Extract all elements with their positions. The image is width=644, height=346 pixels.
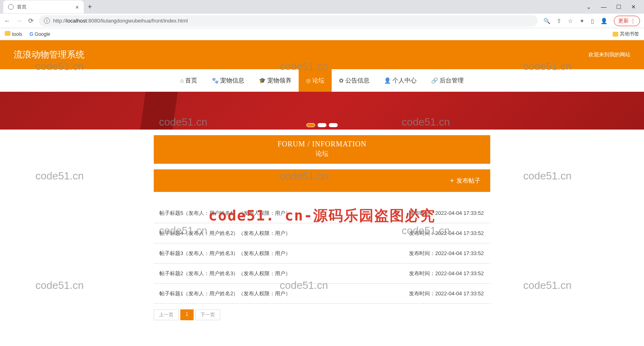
- post-title: 帖子标题1（发布人：用户姓名2）（发布人权限：用户）: [159, 290, 409, 297]
- star-icon[interactable]: ☆: [568, 18, 573, 24]
- nav-item-公告信息[interactable]: ✿公告信息: [332, 69, 377, 92]
- minimize-icon[interactable]: —: [601, 4, 607, 10]
- nav-item-论坛[interactable]: ◎论坛: [299, 69, 332, 92]
- pager-next[interactable]: 下一页: [195, 309, 220, 320]
- profile-icon[interactable]: 👤: [601, 18, 607, 24]
- nav-item-宠物信息[interactable]: 🐾宠物信息: [204, 69, 252, 92]
- bookmark-google[interactable]: G Google: [29, 31, 50, 37]
- update-button[interactable]: 更新⋮: [614, 16, 640, 26]
- share-icon[interactable]: ⇪: [557, 18, 561, 24]
- carousel-dot[interactable]: [306, 123, 315, 127]
- address-bar[interactable]: i http://localhost:8080/liulangdongwubei…: [39, 15, 538, 27]
- forward-icon[interactable]: →: [16, 17, 23, 25]
- nav-item-个人中心[interactable]: 👤个人中心: [377, 69, 424, 92]
- nav-label: 首页: [185, 77, 197, 84]
- nav-icon: ◎: [306, 77, 311, 84]
- main-nav: ⌂首页🐾宠物信息🎓宠物领养◎论坛✿公告信息👤个人中心🔗后台管理: [0, 69, 644, 92]
- back-icon[interactable]: ←: [4, 17, 10, 25]
- carousel-dot[interactable]: [329, 123, 338, 127]
- nav-label: 论坛: [312, 77, 324, 84]
- post-row[interactable]: 帖子标题5（发布人：用户姓名1）（发布人权限：用户）发布时间：2022-04-0…: [154, 203, 490, 223]
- bookmark-tools[interactable]: tools: [5, 31, 22, 37]
- post-time: 发布时间：2022-04-04 17:33:52: [409, 210, 484, 217]
- nav-label: 宠物领养: [267, 77, 291, 84]
- carousel-banner: [0, 92, 644, 130]
- reader-icon[interactable]: ▯: [591, 18, 594, 24]
- nav-label: 公告信息: [345, 77, 369, 84]
- watermark: code51.cn: [35, 170, 84, 182]
- search-icon[interactable]: 🔍: [543, 18, 550, 24]
- post-title: 帖子标题2（发布人：用户姓名3）（发布人权限：用户）: [159, 270, 409, 277]
- carousel-dots: [306, 123, 338, 127]
- watermark: code51.cn: [523, 170, 572, 182]
- watermark: code51.cn: [35, 279, 84, 292]
- post-title: 帖子标题3（发布人：用户姓名3）（发布人权限：用户）: [159, 250, 409, 257]
- nav-item-后台管理[interactable]: 🔗后台管理: [424, 69, 471, 92]
- extensions-icon[interactable]: ✦: [580, 18, 584, 24]
- post-title: 帖子标题4（发布人：用户姓名2）（发布人权限：用户）: [159, 230, 409, 237]
- post-row[interactable]: 帖子标题4（发布人：用户姓名2）（发布人权限：用户）发布时间：2022-04-0…: [154, 223, 490, 243]
- nav-label: 个人中心: [392, 77, 417, 84]
- bookmark-other[interactable]: 其他书签: [613, 31, 639, 37]
- nav-item-首页[interactable]: ⌂首页: [173, 69, 204, 92]
- browser-tab[interactable]: 首页 ×: [3, 0, 84, 13]
- maximize-icon[interactable]: ☐: [616, 4, 621, 10]
- new-post-button[interactable]: + 发布帖子: [450, 177, 481, 185]
- nav-icon: 👤: [384, 77, 391, 84]
- nav-label: 宠物信息: [220, 77, 244, 84]
- plus-icon: +: [450, 177, 454, 185]
- carousel-dot[interactable]: [318, 123, 326, 127]
- new-tab-button[interactable]: +: [84, 3, 96, 11]
- close-window-icon[interactable]: ✕: [631, 4, 636, 10]
- system-title: 流浪动物管理系统: [14, 49, 85, 61]
- globe-icon: [8, 4, 14, 10]
- post-time: 发布时间：2022-04-04 17:33:52: [409, 270, 484, 277]
- watermark: code51.cn: [523, 279, 572, 292]
- tab-title: 首页: [17, 4, 27, 10]
- section-title-cn: 论坛: [154, 150, 490, 158]
- site-info-icon[interactable]: i: [44, 18, 50, 24]
- post-row[interactable]: 帖子标题2（发布人：用户姓名3）（发布人权限：用户）发布时间：2022-04-0…: [154, 264, 490, 284]
- close-icon[interactable]: ×: [75, 4, 79, 10]
- post-title: 帖子标题5（发布人：用户姓名1）（发布人权限：用户）: [159, 210, 409, 217]
- post-time: 发布时间：2022-04-04 17:33:52: [409, 290, 484, 297]
- post-row[interactable]: 帖子标题3（发布人：用户姓名3）（发布人权限：用户）发布时间：2022-04-0…: [154, 243, 490, 264]
- nav-icon: ⌂: [180, 77, 184, 84]
- nav-icon: 🐾: [212, 77, 219, 84]
- post-row[interactable]: 帖子标题1（发布人：用户姓名2）（发布人权限：用户）发布时间：2022-04-0…: [154, 284, 490, 304]
- nav-icon: 🔗: [431, 77, 438, 84]
- post-time: 发布时间：2022-04-04 17:33:52: [409, 230, 484, 237]
- pager-page-1[interactable]: 1: [180, 309, 194, 320]
- reload-icon[interactable]: ⟳: [28, 17, 33, 25]
- section-title-en: FORUM / INFORMATION: [154, 140, 490, 148]
- post-list: 帖子标题5（发布人：用户姓名1）（发布人权限：用户）发布时间：2022-04-0…: [154, 203, 490, 304]
- nav-item-宠物领养[interactable]: 🎓宠物领养: [252, 69, 299, 92]
- section-header: FORUM / INFORMATION 论坛: [154, 135, 490, 164]
- post-time: 发布时间：2022-04-04 17:33:52: [409, 250, 484, 257]
- chevron-down-icon[interactable]: ⌄: [586, 4, 591, 10]
- nav-icon: 🎓: [259, 77, 266, 84]
- nav-label: 后台管理: [440, 77, 464, 84]
- nav-icon: ✿: [339, 77, 344, 84]
- pager-prev[interactable]: 上一页: [154, 309, 179, 320]
- welcome-text: 欢迎来到我的网站: [588, 51, 630, 58]
